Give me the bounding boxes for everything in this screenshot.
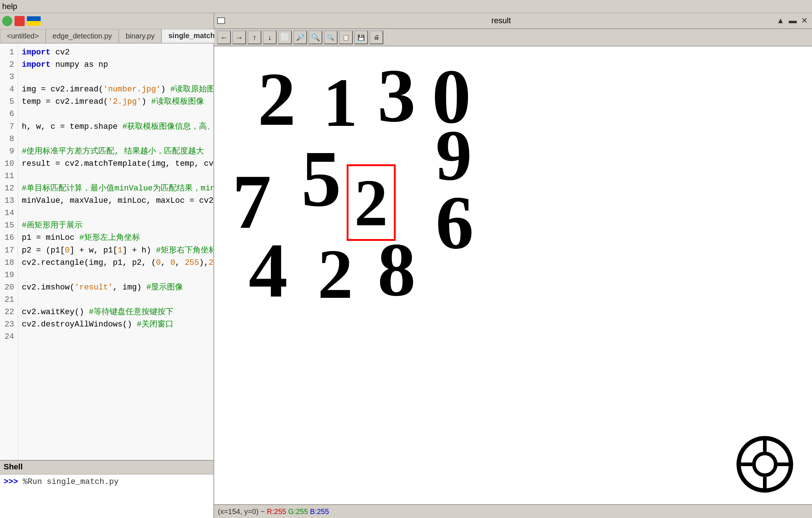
flag-blue [27, 16, 41, 21]
zoom-in-button[interactable]: 🔍 [309, 30, 322, 44]
line-numbers: 12345 678910 1112131415 1617181920 21222… [0, 44, 18, 460]
target-icon [736, 435, 794, 493]
shell-panel: Shell >>> %Run single_match.py [0, 460, 213, 518]
image-canvas: 2 1 3 0 9 7 5 2 6 4 2 8 [214, 46, 812, 504]
g-value: 255 [296, 507, 308, 516]
b-label: B: [310, 507, 317, 516]
run-button[interactable] [2, 16, 12, 26]
svg-point-1 [754, 453, 776, 475]
r-value: 255 [274, 507, 286, 516]
result-panel: result ▲ ▬ ✕ ← → ↑ ↓ ⬜ 🔎 🔍 🔍 📋 💾 🖨 [214, 13, 812, 518]
code-text[interactable]: import cv2 import numpy as np img = cv2.… [18, 44, 213, 460]
window-title: result [227, 16, 775, 25]
shell-prompt: >>> [4, 477, 18, 486]
shell-header: Shell [0, 461, 213, 474]
main-area: <untitled> edge_detection.py binary.py s… [0, 13, 812, 518]
minimize-button[interactable]: ▬ [787, 16, 798, 25]
b-value: 255 [317, 507, 329, 516]
maximize-button[interactable]: ▲ [775, 16, 786, 25]
up-button[interactable]: ↑ [248, 30, 261, 44]
fit-button[interactable]: ⬜ [278, 30, 292, 44]
copy-button[interactable]: 📋 [339, 30, 353, 44]
viewer-toolbar: ← → ↑ ↓ ⬜ 🔎 🔍 🔍 📋 💾 🖨 [214, 29, 812, 46]
help-menu[interactable]: help [2, 2, 17, 11]
stop-button[interactable] [15, 16, 25, 26]
num-1: 1 [323, 68, 358, 137]
window-controls: ▲ ▬ ✕ [775, 16, 809, 25]
num-5: 5 [301, 139, 341, 219]
tab-edge-detection[interactable]: edge_detection.py [46, 29, 119, 43]
close-button[interactable]: ✕ [800, 16, 809, 25]
shell-command: %Run single_match.py [18, 477, 119, 486]
status-bar: (x=154, y=0) ~ R:255 G:255 B:255 [214, 504, 812, 518]
zoom-area-button[interactable]: 🔎 [293, 30, 307, 44]
back-button[interactable]: ← [217, 30, 231, 44]
code-editor[interactable]: 12345 678910 1112131415 1617181920 21222… [0, 44, 213, 460]
num-4: 4 [249, 231, 288, 309]
num-2-top: 2 [258, 61, 296, 137]
coord-display: (x=154, y=0) ~ [218, 507, 265, 516]
toolbar [0, 13, 213, 29]
flag-yellow [27, 21, 41, 26]
r-label: R: [267, 507, 274, 516]
number-display: 2 1 3 0 9 7 5 2 6 4 2 8 [214, 46, 812, 504]
forward-button[interactable]: → [232, 30, 246, 44]
title-box-icon [217, 17, 225, 24]
num-8: 8 [378, 231, 416, 308]
num-3: 3 [378, 57, 416, 133]
tabs-bar: <untitled> edge_detection.py binary.py s… [0, 29, 213, 44]
tab-untitled[interactable]: <untitled> [0, 29, 46, 43]
zoom-out-button[interactable]: 🔍 [324, 30, 338, 44]
g-label: G: [288, 507, 296, 516]
menu-bar: help [0, 0, 812, 13]
num-2-bottom: 2 [318, 239, 353, 309]
down-button[interactable]: ↓ [263, 30, 277, 44]
ide-panel: <untitled> edge_detection.py binary.py s… [0, 13, 214, 518]
tab-binary[interactable]: binary.py [119, 29, 162, 43]
ukraine-flag [27, 16, 41, 26]
window-titlebar: result ▲ ▬ ✕ [214, 13, 812, 29]
print-button[interactable]: 🖨 [370, 30, 383, 44]
shell-content[interactable]: >>> %Run single_match.py [0, 474, 213, 518]
num-6: 6 [436, 184, 474, 260]
save-button[interactable]: 💾 [354, 30, 368, 44]
